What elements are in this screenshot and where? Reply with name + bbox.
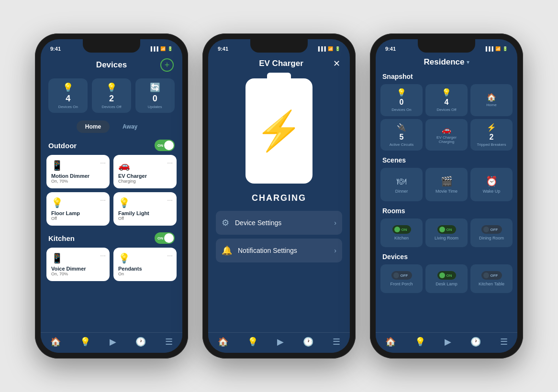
scene-wakeup[interactable]: ⏰ Wake Up — [470, 168, 513, 201]
stat-updates: 🔄 0 Updates — [135, 78, 175, 113]
room-kitchen[interactable]: ON Kitchen — [380, 218, 423, 247]
device-front-porch[interactable]: OFF Front Porch — [380, 264, 423, 293]
ev-charger-card[interactable]: 🚗 EV Charger Charging ··· — [113, 155, 177, 188]
snap-bulb-on-icon: 💡 — [397, 88, 406, 97]
pendants-card[interactable]: 💡 Pendants On ··· — [113, 248, 177, 281]
battery-body: ⚡ — [246, 78, 312, 184]
stat-devices-off: 💡 2 Devices Off — [92, 78, 131, 113]
snap-devices-on[interactable]: 💡 0 Devices On — [380, 84, 423, 116]
p2-nav-devices[interactable]: 💡 — [247, 337, 258, 347]
family-light-card[interactable]: 💡 Family Light Off ··· — [113, 192, 177, 226]
family-light-name: Family Light — [118, 210, 172, 216]
p1-nav-devices[interactable]: 💡 — [80, 337, 90, 347]
kitchen-toggle-knob — [164, 233, 174, 243]
kitchen-room-toggle[interactable]: ON — [392, 225, 411, 234]
mode-row: Home Away — [41, 118, 182, 138]
residence-chevron-icon[interactable]: ▾ — [467, 59, 469, 65]
kitchen-device-grid: 📱 Voice Dimmer On, 70% ··· 💡 Pendants On… — [41, 248, 182, 286]
p3-header: Residence ▾ — [376, 54, 517, 71]
device-settings-item[interactable]: ⚙ Device Settings › — [216, 211, 342, 235]
room-dining[interactable]: OFF Dining Room — [470, 218, 513, 247]
voice-dimmer-card[interactable]: 📱 Voice Dimmer On, 70% ··· — [46, 248, 110, 281]
add-device-button[interactable]: + — [160, 58, 174, 72]
desk-lamp-toggle[interactable]: ON — [437, 271, 456, 280]
pendants-more[interactable]: ··· — [167, 251, 173, 259]
outdoor-device-grid: 📱 Motion Dimmer On, 70% ··· 🚗 EV Charger… — [41, 155, 182, 230]
scene-dinner[interactable]: 🍽 Dinner — [380, 168, 423, 201]
p2-title: EV Charger — [229, 59, 333, 68]
p1-nav-play[interactable]: ▶ — [110, 337, 116, 347]
movie-label: Movie Time — [435, 189, 458, 194]
snap-devices-off[interactable]: 💡 4 Devices Off — [425, 84, 468, 116]
snap-home-icon: 🏠 — [487, 93, 496, 102]
stats-row: 💡 4 Devices On 💡 2 Devices Off 🔄 0 Updat… — [41, 76, 182, 118]
notification-settings-label: Notification Settings — [238, 247, 297, 254]
room-living[interactable]: ON Living Room — [425, 218, 468, 247]
motion-dimmer-more[interactable]: ··· — [100, 159, 106, 166]
ev-charger-icon: 🚗 — [118, 160, 172, 171]
living-room-label: Living Room — [435, 236, 458, 240]
pendants-status: On — [118, 272, 172, 276]
phone-2-screen: 9:41 ▐▐▐ 📶 🔋 EV Charger ✕ ⚡ CHARGING — [208, 39, 350, 353]
p2-nav-home[interactable]: 🏠 — [218, 337, 228, 347]
voice-dimmer-more[interactable]: ··· — [100, 251, 106, 259]
floor-lamp-status: Off — [51, 216, 105, 221]
p3-nav-clock[interactable]: 🕐 — [470, 337, 481, 347]
ev-charger-more[interactable]: ··· — [167, 159, 173, 166]
family-light-icon: 💡 — [118, 197, 172, 208]
p1-nav-clock[interactable]: 🕐 — [135, 337, 146, 347]
kitchen-table-toggle[interactable]: OFF — [481, 271, 502, 280]
p3-nav-devices[interactable]: 💡 — [415, 337, 425, 347]
floor-lamp-more[interactable]: ··· — [100, 196, 106, 204]
devices-off-count: 2 — [109, 94, 114, 104]
phone-3-screen: 9:41 ▐▐▐ 📶 🔋 Residence ▾ Snapshot 💡 0 De… — [376, 39, 517, 353]
device-desk-lamp[interactable]: ON Desk Lamp — [425, 264, 468, 293]
family-light-more[interactable]: ··· — [167, 196, 173, 204]
p3-nav-play[interactable]: ▶ — [445, 337, 451, 347]
dinner-icon: 🍽 — [397, 176, 406, 187]
battery-display: ⚡ — [208, 74, 350, 188]
p3-nav-menu[interactable]: ☰ — [500, 337, 508, 347]
updates-label: Updates — [148, 105, 162, 109]
close-button[interactable]: ✕ — [333, 58, 340, 69]
device-kitchen-table[interactable]: OFF Kitchen Table — [470, 264, 513, 293]
p2-nav-menu[interactable]: ☰ — [333, 337, 340, 347]
updates-count: 0 — [153, 94, 157, 104]
scenes-grid: 🍽 Dinner 🎬 Movie Time ⏰ Wake Up — [380, 168, 513, 201]
motion-dimmer-card[interactable]: 📱 Motion Dimmer On, 70% ··· — [46, 155, 110, 188]
phone-1: 9:41 ▐▐▐ 📶 🔋 Devices + 💡 4 Devices On — [35, 33, 188, 359]
motion-dimmer-status: On, 70% — [51, 179, 105, 184]
p1-nav-menu[interactable]: ☰ — [165, 337, 173, 347]
p3-bottom-nav: 🏠 💡 ▶ 🕐 ☰ — [376, 332, 517, 353]
front-porch-toggle[interactable]: OFF — [391, 271, 412, 280]
update-icon: 🔄 — [150, 82, 160, 93]
stat-devices-on: 💡 4 Devices On — [48, 78, 88, 113]
living-room-toggle[interactable]: ON — [437, 225, 456, 234]
snap-home-label: Home — [486, 103, 496, 108]
ev-charger-name: EV Charger — [118, 173, 172, 179]
bell-icon: 🔔 — [222, 245, 232, 256]
p2-nav-clock[interactable]: 🕐 — [303, 337, 313, 347]
floor-lamp-card[interactable]: 💡 Floor Lamp Off ··· — [46, 192, 110, 226]
status-icons-1: ▐▐▐ 📶 🔋 — [149, 46, 173, 51]
away-mode-button[interactable]: Away — [113, 120, 146, 133]
scene-movie[interactable]: 🎬 Movie Time — [425, 168, 468, 201]
snap-breakers-label: Tripped Breakers — [477, 142, 506, 147]
snap-home[interactable]: 🏠 Home — [470, 84, 513, 116]
p1-nav-home[interactable]: 🏠 — [50, 337, 61, 347]
snap-ev-charger[interactable]: 🚗 EV Charger Charging — [425, 119, 468, 151]
kitchen-toggle[interactable]: ON — [155, 232, 175, 244]
notification-settings-item[interactable]: 🔔 Notification Settings › — [216, 239, 342, 262]
outdoor-toggle[interactable]: ON — [155, 140, 175, 151]
snap-circuits[interactable]: 🔌 5 Active Circuits — [380, 119, 423, 151]
p2-nav-play[interactable]: ▶ — [277, 337, 284, 347]
notch-2 — [250, 39, 308, 53]
snap-breakers[interactable]: ⚡ 2 Tripped Breakers — [470, 119, 513, 151]
lightning-icon: ⚡ — [255, 112, 303, 150]
dining-room-toggle[interactable]: OFF — [481, 225, 502, 234]
dining-toggle-dot — [483, 227, 489, 232]
devices-title: Devices — [380, 251, 513, 264]
desk-lamp-label: Desk Lamp — [435, 282, 458, 286]
p3-nav-home[interactable]: 🏠 — [385, 337, 396, 347]
home-mode-button[interactable]: Home — [77, 120, 110, 133]
